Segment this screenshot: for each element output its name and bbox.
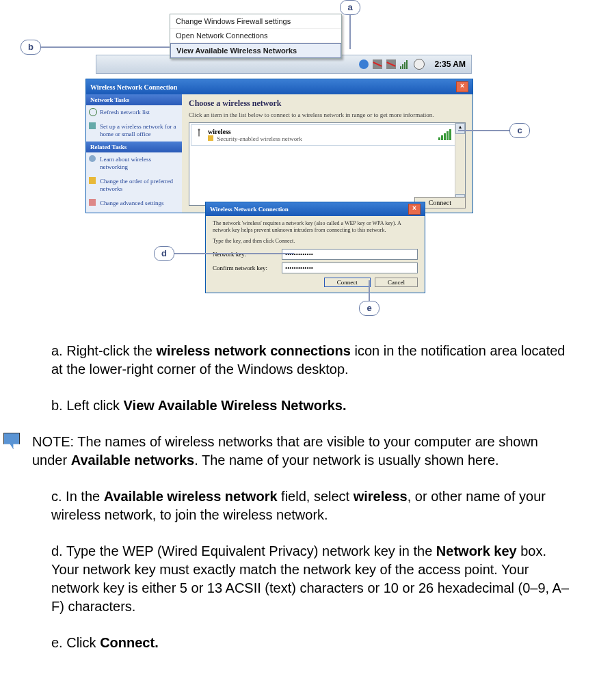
wireless-off-icon: [386, 59, 396, 69]
tray-context-menu: Change Windows Firewall settings Open Ne…: [170, 14, 342, 59]
wnc-titlebar: Wireless Network Connection ×: [86, 79, 472, 94]
learn-label: Learn about wireless networking: [100, 156, 151, 170]
lock-icon: [208, 135, 213, 141]
security-text: Security-enabled wireless network: [217, 135, 302, 142]
step-a-bold: wireless network connections: [156, 343, 351, 358]
step-c-b1: Available wireless network: [104, 489, 278, 504]
step-d-bold: Network key: [436, 543, 517, 558]
menu-item-view-wireless[interactable]: View Available Wireless Networks: [170, 43, 341, 58]
key-connect-button[interactable]: Connect: [324, 278, 371, 287]
key-desc1: The network 'wireless' requires a networ…: [213, 220, 418, 234]
step-b-pre: b. Left click: [51, 398, 124, 413]
step-c-mid: field, select: [278, 489, 354, 504]
note-post: . The name of your network is usually sh…: [194, 453, 498, 468]
setup-label: Set up a wireless network for a home or …: [100, 123, 176, 137]
key-title: Wireless Network Connection: [210, 206, 289, 213]
choose-network-heading: Choose a wireless network: [189, 98, 466, 109]
step-a: a. Right-click the wireless network conn…: [51, 342, 572, 379]
lead-e: [369, 280, 370, 301]
lead-d: [174, 253, 294, 254]
instruction-text: a. Right-click the wireless network conn…: [0, 321, 599, 666]
note: NOTE: The names of wireless networks tha…: [3, 433, 572, 470]
advanced-label: Change advanced settings: [100, 200, 163, 206]
step-c: c. In the Available wireless network fie…: [51, 487, 572, 524]
step-b-bold: View Available Wireless Networks.: [124, 398, 347, 413]
confirm-key-label: Confirm network key:: [213, 265, 278, 271]
step-c-b2: wireless: [354, 489, 408, 504]
lead-b: [41, 46, 170, 48]
change-advanced[interactable]: Change advanced settings: [86, 196, 182, 211]
step-e-bold: Connect.: [100, 635, 159, 650]
related-tasks-header: Related Tasks: [86, 142, 182, 152]
wnc-title: Wireless Network Connection: [90, 83, 177, 91]
network-security-label: Security-enabled wireless network: [208, 135, 459, 142]
setup-wireless-network[interactable]: Set up a wireless network for a home or …: [86, 120, 182, 142]
refresh-network-list[interactable]: Refresh network list: [86, 105, 182, 120]
network-key-label: Network key:: [213, 251, 278, 258]
callout-b: b: [21, 40, 41, 55]
antenna-icon: [194, 128, 204, 137]
svg-point-1: [198, 129, 200, 131]
network-key-input[interactable]: [282, 249, 418, 260]
back-icon: [359, 59, 369, 69]
network-list: wireless Security-enabled wireless netwo…: [189, 122, 466, 206]
note-icon: [3, 433, 20, 449]
annotated-diagram: a b c d e Change Windows Firewall settin…: [0, 0, 599, 321]
callout-d: d: [154, 246, 174, 261]
key-desc2: Type the key, and then click Connect.: [213, 238, 418, 245]
step-d-pre: d. Type the WEP (Wired Equivalent Privac…: [51, 543, 436, 558]
wnc-sidebar: Network Tasks Refresh network list Set u…: [86, 94, 182, 213]
step-d: d. Type the WEP (Wired Equivalent Privac…: [51, 542, 572, 616]
network-off-icon: [373, 59, 382, 69]
close-icon[interactable]: ×: [408, 204, 421, 215]
note-text: NOTE: The names of wireless networks tha…: [32, 433, 572, 470]
callout-e: e: [359, 301, 380, 316]
clock-icon: [414, 59, 425, 70]
step-e: e. Click Connect.: [51, 634, 572, 652]
step-a-pre: a. Right-click the: [51, 343, 156, 358]
callout-c: c: [509, 123, 530, 138]
confirm-key-input[interactable]: [282, 262, 418, 273]
wireless-connection-dialog: Wireless Network Connection × Network Ta…: [85, 79, 473, 213]
setup-icon: [89, 122, 96, 129]
choose-network-desc: Click an item in the list below to conne…: [189, 111, 466, 118]
step-b: b. Left click View Available Wireless Ne…: [51, 396, 572, 415]
note-bold: Available networks: [71, 453, 194, 468]
refresh-label: Refresh network list: [100, 109, 150, 116]
step-e-pre: e. Click: [51, 635, 100, 650]
tray-clock: 2:35 AM: [434, 59, 466, 69]
key-cancel-button[interactable]: Cancel: [375, 278, 418, 287]
network-tasks-header: Network Tasks: [86, 94, 182, 105]
network-key-dialog: Wireless Network Connection × The networ…: [205, 202, 425, 293]
signal-icon: [400, 59, 410, 69]
order-label: Change the order of preferred networks: [100, 178, 173, 192]
lead-c: [458, 130, 509, 131]
gear-icon: [89, 199, 96, 206]
star-icon: [89, 177, 96, 184]
key-titlebar: Wireless Network Connection ×: [206, 202, 425, 216]
menu-item-firewall[interactable]: Change Windows Firewall settings: [170, 14, 341, 29]
lead-a: [349, 15, 351, 49]
network-item-wireless[interactable]: wireless Security-enabled wireless netwo…: [191, 124, 464, 146]
wnc-main: Choose a wireless network Click an item …: [182, 94, 472, 213]
close-icon[interactable]: ×: [456, 81, 468, 92]
info-icon: [89, 155, 96, 162]
step-c-pre: c. In the: [51, 489, 104, 504]
menu-item-network-connections[interactable]: Open Network Connections: [170, 29, 341, 43]
callout-a: a: [340, 0, 360, 15]
learn-wireless[interactable]: Learn about wireless networking: [86, 152, 182, 174]
scrollbar[interactable]: ▴ ▾: [455, 123, 465, 205]
scroll-up-icon[interactable]: ▴: [455, 123, 465, 134]
change-order[interactable]: Change the order of preferred networks: [86, 174, 182, 196]
refresh-icon: [89, 108, 97, 116]
network-name: wireless: [208, 128, 459, 135]
